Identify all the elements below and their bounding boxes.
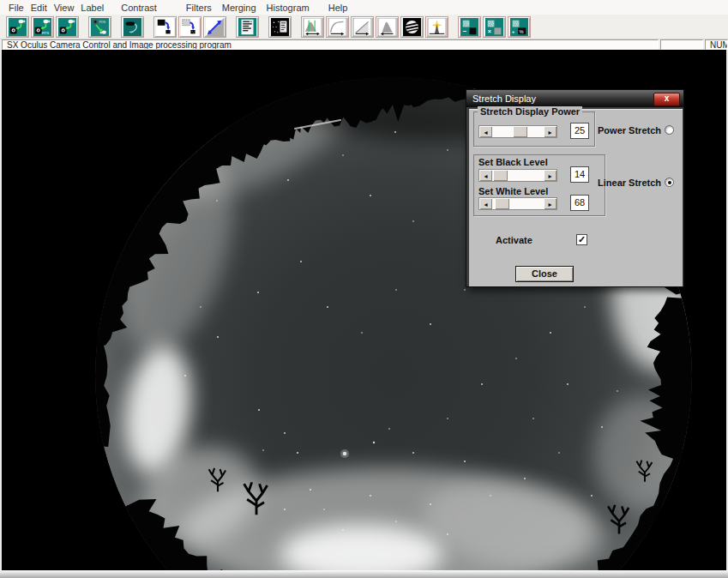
activate-checkbox[interactable]: ✓ (576, 234, 587, 245)
linear-stretch-label: Linear Stretch (581, 178, 661, 188)
power-stretch-radio[interactable] (665, 125, 674, 135)
fits-header-button[interactable] (236, 16, 259, 38)
toolbar-group: −×+% (458, 16, 532, 38)
menu-item-filters[interactable]: Filters (183, 2, 215, 14)
power-stretch-label: Power Stretch (581, 125, 661, 135)
linear-curve-icon (352, 18, 372, 36)
planet-icon (402, 18, 422, 36)
dialog-client-area: Stretch Display Power ◂ ▸ 25 Power Stret… (469, 109, 683, 286)
svg-text:−: − (463, 27, 467, 35)
histogram-shift-button[interactable] (376, 16, 399, 38)
black-level-label: Set Black Level (478, 157, 548, 167)
resize-image-icon (205, 18, 225, 36)
menu-item-merging[interactable]: Merging (219, 2, 260, 14)
power-scroll-track[interactable] (492, 126, 544, 137)
dark-frame-button[interactable] (121, 16, 144, 38)
white-value-field[interactable]: 68 (570, 195, 589, 211)
svg-text:POS: POS (99, 20, 106, 23)
power-scrollbar[interactable]: ◂ ▸ (478, 125, 557, 138)
close-button[interactable]: Close (515, 266, 574, 282)
planet-button[interactable] (400, 16, 424, 38)
resize-image-button[interactable] (203, 16, 226, 38)
copy-image-button[interactable] (153, 16, 177, 38)
menu-item-label[interactable]: Label (77, 2, 107, 14)
application-window: FileEditViewLabelContrastFiltersMergingH… (0, 0, 728, 578)
num-lock-indicator: NUM (705, 39, 728, 50)
paste-image-icon (180, 18, 200, 36)
right-arrow-icon: ▸ (548, 129, 551, 136)
black-scroll-left-button[interactable]: ◂ (479, 170, 492, 181)
toolbar-group: POS (88, 16, 113, 38)
power-scroll-thumb[interactable] (513, 126, 527, 137)
white-level-label: Set White Level (478, 186, 548, 196)
activate-label: Activate (496, 235, 532, 245)
dark-frame-icon (123, 18, 142, 36)
menu-item-edit[interactable]: Edit (27, 2, 51, 14)
display-image-button[interactable] (268, 16, 292, 38)
black-scroll-right-button[interactable]: ▸ (544, 170, 557, 181)
white-scrollbar[interactable]: ◂ ▸ (478, 197, 557, 210)
subtract-image-icon: − (460, 18, 479, 36)
percent-scale-icon: +% (509, 18, 529, 36)
toolbar-group (153, 16, 228, 38)
left-arrow-icon: ◂ (484, 172, 487, 180)
camera-download-button[interactable]: POS (88, 16, 111, 38)
toolbar-group: FITS (6, 16, 81, 38)
menu-item-file[interactable]: File (5, 2, 27, 14)
menu-item-help[interactable]: Help (325, 2, 352, 14)
divide-image-button[interactable]: × (483, 16, 506, 38)
svg-text:×: × (488, 28, 491, 34)
camera-capture-2-icon (57, 18, 77, 36)
display-image-icon (270, 18, 290, 36)
toolbar-group (236, 16, 261, 38)
left-arrow-icon: ◂ (484, 201, 487, 208)
menu-item-contrast[interactable]: Contrast (117, 2, 160, 14)
window-bottom-edge (0, 570, 728, 578)
white-scroll-thumb[interactable] (495, 198, 509, 209)
fits-header-icon (238, 18, 257, 36)
toolbar-group (301, 16, 450, 38)
star-profile-button[interactable] (425, 16, 448, 38)
percent-scale-button[interactable]: +% (508, 16, 531, 38)
svg-text:FITS: FITS (42, 30, 50, 34)
white-scroll-left-button[interactable]: ◂ (479, 198, 492, 209)
histogram-stretch-button[interactable] (301, 16, 324, 38)
gamma-curve-button[interactable] (326, 16, 349, 38)
menu-item-histogram[interactable]: Histogram (263, 2, 313, 14)
histogram-stretch-icon (303, 18, 322, 36)
dialog-titlebar[interactable]: Stretch Display x (466, 90, 683, 107)
camera-capture-2-button[interactable] (56, 16, 79, 38)
camera-capture-fits-button[interactable]: FITS (31, 16, 54, 38)
left-arrow-icon: ◂ (484, 129, 487, 136)
linear-curve-button[interactable] (351, 16, 374, 38)
star-profile-icon (427, 18, 447, 36)
svg-text:+: + (512, 28, 515, 34)
gamma-curve-icon (328, 18, 347, 36)
menu-item-view[interactable]: View (51, 2, 78, 14)
toolbar-group (268, 16, 293, 38)
power-scroll-right-button[interactable]: ▸ (544, 126, 557, 137)
dialog-close-icon[interactable]: x (653, 93, 680, 106)
power-scroll-left-button[interactable]: ◂ (479, 126, 492, 137)
statusbar: SX Oculus Camera Control and Image proce… (0, 39, 728, 50)
camera-capture-button[interactable] (6, 16, 29, 38)
black-scrollbar[interactable]: ◂ ▸ (478, 169, 557, 182)
svg-text:%: % (520, 28, 524, 33)
histogram-shift-icon (377, 18, 397, 36)
linear-stretch-radio[interactable] (665, 178, 674, 187)
subtract-image-button[interactable]: − (458, 16, 481, 38)
white-scroll-track[interactable] (492, 198, 544, 209)
right-arrow-icon: ▸ (548, 172, 551, 180)
black-scroll-thumb[interactable] (493, 170, 508, 181)
status-spacer-panel (660, 39, 703, 50)
menubar: FileEditViewLabelContrastFiltersMergingH… (0, 0, 728, 15)
dialog-title: Stretch Display (472, 93, 536, 104)
camera-capture-icon (8, 18, 27, 36)
paste-image-button[interactable] (178, 16, 202, 38)
camera-download-icon: POS (90, 18, 110, 36)
toolbar: FITSPOS−×+% (0, 15, 728, 39)
black-scroll-track[interactable] (492, 170, 544, 181)
divide-image-icon: × (484, 18, 504, 36)
status-message: SX Oculus Camera Control and Image proce… (2, 39, 659, 50)
white-scroll-right-button[interactable]: ▸ (544, 198, 557, 209)
